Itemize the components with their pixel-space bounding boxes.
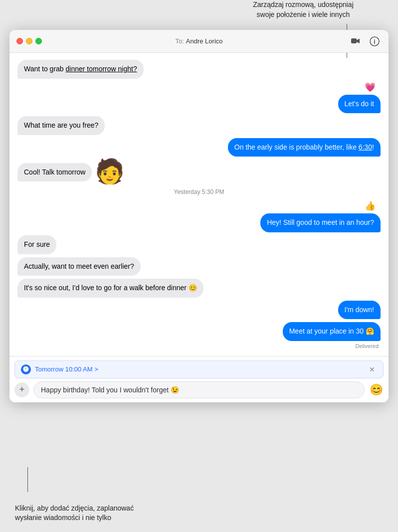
message-bubble: For sure [17, 235, 56, 254]
message-bubble: Actually, want to meet even earlier? [17, 257, 141, 276]
close-button[interactable] [16, 38, 23, 44]
emoji-button[interactable]: 😊 [369, 382, 384, 397]
reaction-heart: 💗 [17, 82, 381, 93]
message-bubble: Hey! Still good to meet in an hour? [260, 213, 381, 232]
add-button[interactable]: + [14, 382, 29, 397]
to-label: To: [175, 37, 184, 45]
message-row: For sure [17, 235, 381, 254]
message-row: On the early side is probably better, li… [17, 138, 381, 157]
titlebar: To: Andre Lorico i [9, 30, 389, 53]
message-row: Want to grab dinner tomorrow night? [17, 60, 381, 79]
info-button[interactable]: i [368, 34, 382, 48]
message-row: Let's do it [17, 95, 381, 114]
message-bubble: Cool! Talk tomorrow [17, 163, 92, 182]
scheduled-close-button[interactable]: ✕ [367, 364, 377, 374]
contact-name: Andre Lorico [186, 37, 223, 45]
scheduled-bar: 🕙 Tomorrow 10:00 AM > ✕ [14, 360, 384, 378]
svg-text:i: i [374, 38, 375, 45]
message-input-row: + 😊 [14, 381, 384, 398]
maximize-button[interactable] [35, 38, 42, 44]
messages-window: To: Andre Lorico i Want to grab dinn [9, 30, 389, 402]
delivered-label: Delivered [17, 343, 381, 349]
video-call-button[interactable] [349, 34, 363, 48]
annotation-top: Zarządzaj rozmową, udostępniajswoje poło… [238, 0, 368, 19]
message-bubble: On the early side is probably better, li… [228, 138, 381, 157]
annotation-bottom-arrow [27, 467, 28, 492]
message-row: Meet at your place in 30 🤗 [17, 322, 381, 341]
memoji-sticker: 🧑 [95, 160, 125, 183]
input-area: 🕙 Tomorrow 10:00 AM > ✕ + 😊 [9, 356, 389, 402]
message-row: Hey! Still good to meet in an hour? [17, 213, 381, 232]
reaction-thumbs: 👍 [17, 200, 381, 211]
to-field: To: Andre Lorico [175, 37, 222, 45]
scheduled-time[interactable]: Tomorrow 10:00 AM > [35, 365, 98, 373]
message-bubble: It's so nice out, I'd love to go for a w… [17, 279, 203, 298]
message-row: What time are you free? [17, 116, 381, 135]
message-bubble: Meet at your place in 30 🤗 [283, 322, 381, 341]
message-row: Cool! Talk tomorrow 🧑 [17, 160, 381, 181]
message-bubble: What time are you free? [17, 116, 105, 135]
minimize-button[interactable] [26, 38, 32, 44]
clock-icon: 🕙 [21, 364, 31, 374]
scheduled-info: 🕙 Tomorrow 10:00 AM > [21, 364, 98, 374]
traffic-lights [16, 38, 42, 44]
message-bubble: Want to grab dinner tomorrow night? [17, 60, 144, 79]
chat-area: Want to grab dinner tomorrow night? 💗 Le… [9, 53, 389, 356]
message-input[interactable] [33, 381, 365, 398]
message-row: Actually, want to meet even earlier? [17, 257, 381, 276]
message-bubble: Let's do it [338, 95, 381, 114]
timestamp: Yesterday 5:30 PM [17, 184, 381, 197]
annotation-bottom: Kliknij, aby dodać zdjęcia, zaplanowaćwy… [15, 504, 155, 523]
svg-rect-0 [351, 38, 357, 43]
message-row: It's so nice out, I'd love to go for a w… [17, 279, 381, 298]
message-row: I'm down! [17, 301, 381, 320]
message-bubble: I'm down! [338, 301, 381, 320]
titlebar-icons: i [349, 34, 382, 48]
